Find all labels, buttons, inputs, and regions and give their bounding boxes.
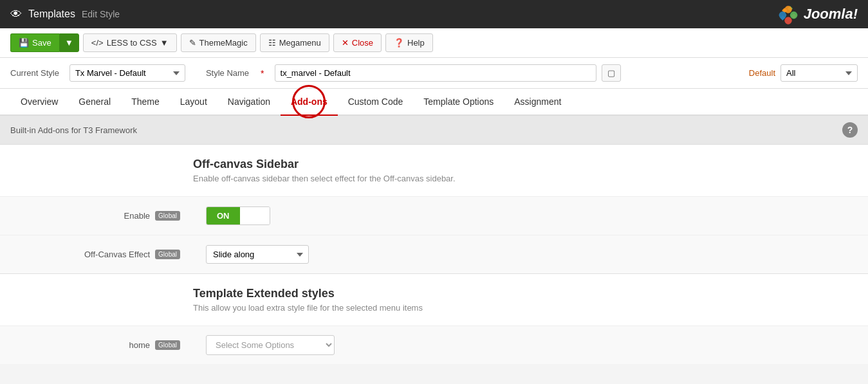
enable-toggle-group[interactable]: ON — [206, 206, 270, 225]
topbar-title: Templates — [28, 8, 75, 20]
section-template-extended-desc: This allow you load extra style file for… — [193, 303, 855, 313]
section-off-canvas: Off-canvas Sidebar Enable off-canvas sid… — [0, 145, 868, 274]
style-name-group: ▢ — [275, 64, 739, 82]
help-circle-icon[interactable]: ? — [842, 122, 858, 138]
default-select[interactable]: All — [780, 64, 858, 82]
topbar-left: 👁 Templates Edit Style — [10, 8, 120, 21]
offcanvas-effect-label-col: Off-Canvas Effect Global — [0, 242, 193, 267]
default-label: Default — [749, 68, 775, 78]
close-button[interactable]: ✕ Close — [333, 33, 382, 52]
help-label: Help — [407, 38, 425, 48]
megamenu-icon: ☷ — [268, 38, 276, 48]
enable-global-badge: Global — [155, 211, 180, 221]
help-question-icon: ❓ — [394, 38, 404, 48]
wand-icon: ✎ — [189, 38, 196, 48]
less-to-css-label: LESS to CSS — [107, 38, 157, 48]
tab-overview[interactable]: Overview — [10, 89, 68, 116]
home-label: home — [129, 340, 151, 350]
toolbar: 💾 Save ▼ </> LESS to CSS ▼ ✎ ThemeMagic … — [0, 28, 868, 58]
copy-icon: ▢ — [607, 68, 615, 78]
current-style-select[interactable]: Tx Marvel - Default — [69, 64, 185, 82]
joomla-logo: Joomla! — [777, 3, 858, 26]
copy-icon-button[interactable]: ▢ — [602, 64, 621, 82]
section-off-canvas-desc: Enable off-canvas sidebar then select ef… — [193, 174, 855, 183]
section-off-canvas-title: Off-canvas Sidebar — [193, 158, 855, 171]
current-style-label: Current Style — [10, 68, 59, 78]
code-icon: </> — [91, 38, 104, 48]
tab-navigation[interactable]: Navigation — [217, 89, 281, 116]
less-to-css-button[interactable]: </> LESS to CSS ▼ — [83, 33, 177, 52]
home-global-badge: Global — [155, 340, 180, 350]
section-template-extended-title: Template Extended styles — [193, 287, 855, 300]
style-name-label: Style Name — [206, 68, 249, 78]
tab-template-options[interactable]: Template Options — [413, 89, 504, 116]
megamenu-label: Megamenu — [279, 38, 321, 48]
save-caret-icon: ▼ — [65, 38, 73, 48]
section-template-extended: Template Extended styles This allow you … — [0, 274, 868, 364]
topbar-subtitle: Edit Style — [82, 9, 120, 19]
megamenu-button[interactable]: ☷ Megamenu — [260, 33, 329, 52]
offcanvas-effect-select[interactable]: Slide along Push Reveal Slide in on top — [206, 245, 309, 264]
enable-label: Enable — [124, 211, 150, 221]
required-asterisk: * — [261, 68, 264, 78]
enable-label-col: Enable Global — [0, 203, 193, 228]
save-dropdown-button[interactable]: ▼ — [59, 33, 79, 52]
joomla-icon — [777, 3, 800, 26]
tab-custom-code[interactable]: Custom Code — [338, 89, 414, 116]
save-main-button[interactable]: 💾 Save — [10, 33, 59, 52]
home-label-col: home Global — [0, 333, 193, 358]
content-header-text: Built-in Add-ons for T3 Framework — [10, 125, 137, 135]
joomla-text: Joomla! — [804, 6, 858, 23]
tab-layout[interactable]: Layout — [170, 89, 217, 116]
default-group: Default All — [749, 64, 858, 82]
tab-general[interactable]: General — [68, 89, 121, 116]
section-off-canvas-header: Off-canvas Sidebar Enable off-canvas sid… — [0, 145, 868, 196]
offcanvas-effect-control-col: Slide along Push Reveal Slide in on top — [193, 237, 868, 271]
less-caret-icon: ▼ — [160, 38, 169, 48]
save-button-group[interactable]: 💾 Save ▼ — [10, 33, 79, 52]
enable-field-row: Enable Global ON — [0, 196, 868, 235]
tab-assignment[interactable]: Assignment — [504, 89, 571, 116]
tab-addons[interactable]: Add-ons — [281, 89, 338, 116]
content-header: Built-in Add-ons for T3 Framework ? — [0, 116, 868, 145]
toggle-on-button[interactable]: ON — [207, 207, 240, 224]
home-options-select[interactable]: Select Some Options — [206, 335, 335, 355]
offcanvas-effect-label: Off-Canvas Effect — [84, 250, 150, 259]
home-field-row: home Global Select Some Options — [0, 325, 868, 364]
toggle-off-button[interactable] — [240, 207, 270, 224]
close-x-icon: ✕ — [342, 38, 349, 48]
save-label: Save — [32, 38, 51, 48]
section-template-extended-header: Template Extended styles This allow you … — [0, 274, 868, 325]
tab-theme[interactable]: Theme — [121, 89, 170, 116]
help-button[interactable]: ❓ Help — [385, 33, 433, 52]
style-name-input[interactable] — [275, 64, 596, 82]
content-area: Built-in Add-ons for T3 Framework ? Off-… — [0, 116, 868, 373]
thememagic-button[interactable]: ✎ ThemeMagic — [181, 33, 256, 52]
thememagic-label: ThemeMagic — [199, 38, 248, 48]
save-floppy-icon: 💾 — [19, 38, 29, 48]
offcanvas-effect-field-row: Off-Canvas Effect Global Slide along Pus… — [0, 235, 868, 273]
enable-control-col: ON — [193, 199, 868, 233]
offcanvas-effect-global-badge: Global — [155, 250, 180, 259]
close-label: Close — [352, 38, 373, 48]
style-row: Current Style Tx Marvel - Default Style … — [0, 58, 868, 89]
home-control-col: Select Some Options — [193, 327, 868, 363]
eye-icon: 👁 — [10, 8, 22, 21]
topbar: 👁 Templates Edit Style Joomla! — [0, 0, 868, 28]
nav-tabs: Overview General Theme Layout Navigation… — [0, 89, 868, 116]
